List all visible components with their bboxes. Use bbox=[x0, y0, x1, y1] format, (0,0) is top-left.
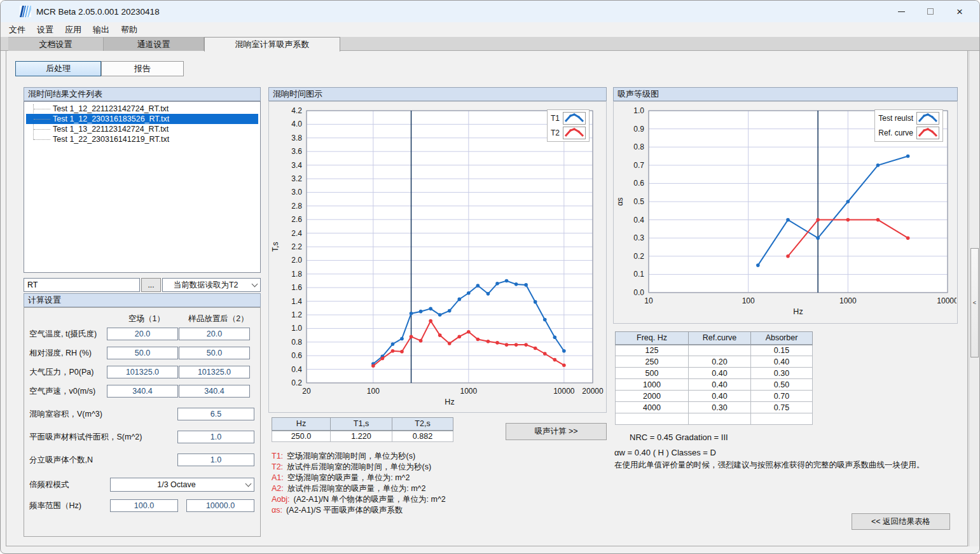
collapse-panel-handle[interactable]: < bbox=[970, 248, 979, 357]
main-panel: 后处理报告 混时间结果文件列表 Test 1_12_221123142724_R… bbox=[6, 51, 968, 546]
table-cell: 1000 bbox=[616, 379, 689, 391]
svg-text:0.8: 0.8 bbox=[291, 338, 302, 347]
close-button[interactable]: × bbox=[945, 1, 974, 22]
svg-text:0.2: 0.2 bbox=[633, 252, 644, 261]
legend-label: Test reulst bbox=[878, 114, 913, 123]
svg-text:0.9: 0.9 bbox=[633, 125, 644, 134]
note-text: 放试件后混响室的吸声量，单位为: m^2 bbox=[287, 484, 426, 493]
freq-min-input[interactable] bbox=[110, 499, 178, 512]
menu-item-1[interactable]: 设置 bbox=[31, 22, 59, 38]
calc-input[interactable] bbox=[179, 385, 250, 398]
chevron-down-icon bbox=[251, 280, 258, 287]
freq-max-input[interactable] bbox=[186, 499, 254, 512]
series-curve-icon bbox=[563, 127, 586, 139]
calc-input[interactable] bbox=[107, 347, 178, 359]
svg-text:αs: αs bbox=[616, 198, 625, 206]
calc-input[interactable] bbox=[179, 328, 250, 340]
minimize-button[interactable] bbox=[887, 1, 916, 22]
tab-1[interactable]: 通道设置 bbox=[104, 37, 204, 51]
nrc-result-text: NRC = 0.45 Gradation = III bbox=[630, 433, 728, 442]
grade-table: Freq. HzRef.curveAbsorber1250.152500.200… bbox=[615, 331, 813, 425]
maximize-button[interactable] bbox=[916, 1, 945, 22]
menu-item-2[interactable]: 应用 bbox=[59, 22, 87, 38]
side-strip: < bbox=[969, 51, 979, 546]
svg-text:1.8: 1.8 bbox=[291, 270, 302, 279]
series-curve-icon bbox=[916, 112, 939, 125]
calc-input[interactable] bbox=[107, 328, 178, 340]
data-read-dropdown[interactable]: 当前数据读取为T2 bbox=[162, 278, 261, 292]
calc-input[interactable] bbox=[107, 366, 178, 378]
window-controls: × bbox=[887, 1, 974, 22]
dropdown-arrow-button[interactable] bbox=[249, 279, 260, 291]
svg-text:3.8: 3.8 bbox=[291, 134, 302, 142]
svg-text:100: 100 bbox=[742, 296, 755, 305]
menu-item-4[interactable]: 帮助 bbox=[115, 22, 143, 38]
absorption-calc-button[interactable]: 吸声计算 >> bbox=[506, 423, 607, 440]
menu-item-3[interactable]: 输出 bbox=[87, 22, 115, 38]
table-row: 1250.15 bbox=[616, 345, 813, 356]
table-row: 2500.200.40 bbox=[616, 356, 813, 368]
menu-item-0[interactable]: 文件 bbox=[3, 22, 31, 38]
file-name: Test 1_13_221123142724_RT.txt bbox=[53, 125, 169, 134]
svg-text:0.8: 0.8 bbox=[633, 142, 644, 151]
chart-canvas: 0.20.40.60.81.01.21.41.61.82.02.22.42.62… bbox=[270, 102, 605, 412]
legend-label: T2 bbox=[551, 128, 560, 137]
note-text: 空场混响室的吸声量，单位为: m^2 bbox=[287, 473, 410, 482]
tab-2[interactable]: 混响室计算吸声系数 bbox=[204, 37, 340, 52]
svg-text:3.4: 3.4 bbox=[291, 161, 302, 170]
svg-text:1.6: 1.6 bbox=[291, 283, 302, 292]
svg-text:0.6: 0.6 bbox=[633, 179, 644, 188]
table-cell: 0.50 bbox=[751, 379, 813, 391]
svg-text:4.0: 4.0 bbox=[291, 120, 302, 128]
tree-connector bbox=[34, 119, 50, 120]
table-row: 250.01.2200.882 bbox=[272, 431, 453, 442]
svg-text:0.1: 0.1 bbox=[633, 270, 644, 279]
file-list-item[interactable]: Test 1_12_221123142724_RT.txt bbox=[26, 104, 258, 114]
subtab-1[interactable]: 报告 bbox=[101, 61, 184, 76]
svg-text:10000: 10000 bbox=[937, 296, 956, 305]
subtab-0[interactable]: 后处理 bbox=[15, 61, 101, 76]
table-cell: 0.882 bbox=[392, 431, 453, 442]
minimize-icon bbox=[898, 11, 905, 12]
table-cell: 2000 bbox=[616, 391, 689, 402]
file-list-item[interactable]: Test 1_13_221123142724_RT.txt bbox=[26, 124, 258, 134]
table-header: T2,s bbox=[392, 418, 453, 431]
legend-notes: T1:空场混响室的混响时间，单位为秒(s)T2:放试件后混响室的混响时间，单位为… bbox=[272, 451, 446, 516]
advice-text: 在使用此单值评价量的时候，强烈建议与按照标准获得的完整的吸声系数曲线一块使用。 bbox=[614, 460, 925, 471]
octave-mode-dropdown[interactable]: 1/3 Octave bbox=[110, 478, 254, 492]
note-line: T1:空场混响室的混响时间，单位为秒(s) bbox=[272, 451, 446, 462]
table-cell bbox=[616, 413, 689, 425]
dropdown-arrow-button[interactable] bbox=[242, 478, 254, 491]
file-name: Test 1_12_221123142724_RT.txt bbox=[53, 104, 169, 113]
svg-text:T,s: T,s bbox=[271, 242, 280, 251]
table-cell: 0.70 bbox=[751, 391, 813, 402]
calc-input[interactable] bbox=[179, 347, 250, 359]
svg-text:2.0: 2.0 bbox=[291, 256, 302, 265]
file-name: Test 1_22_230316141219_RT.txt bbox=[53, 135, 169, 144]
legend-entry: Test reulst bbox=[878, 112, 939, 125]
note-term: αs: bbox=[272, 506, 282, 515]
table-row: 10000.400.50 bbox=[616, 379, 813, 391]
calc-input[interactable] bbox=[177, 454, 254, 466]
svg-text:2.6: 2.6 bbox=[291, 215, 302, 224]
browse-button[interactable]: ... bbox=[141, 278, 161, 292]
note-text: 放试件后混响室的混响时间，单位为秒(s) bbox=[287, 462, 431, 471]
calc-input[interactable] bbox=[107, 385, 178, 398]
svg-text:1.2: 1.2 bbox=[291, 310, 302, 319]
rt-name-input[interactable] bbox=[24, 278, 140, 292]
table-row: 20000.400.70 bbox=[616, 391, 813, 402]
svg-text:10: 10 bbox=[644, 296, 653, 305]
svg-text:20000: 20000 bbox=[582, 387, 604, 396]
calc-settings-header: 计算设置 bbox=[24, 293, 261, 307]
calc-input[interactable] bbox=[177, 408, 254, 420]
calc-input[interactable] bbox=[179, 366, 250, 378]
file-list-item[interactable]: Test 1_22_230316141219_RT.txt bbox=[26, 134, 258, 144]
rt-file-list[interactable]: Test 1_12_221123142724_RT.txtTest 1_12_2… bbox=[24, 101, 261, 273]
table-cell: 125 bbox=[616, 345, 689, 356]
svg-text:0.4: 0.4 bbox=[291, 365, 302, 374]
calc-input[interactable] bbox=[177, 431, 254, 443]
file-list-item[interactable]: Test 1_12_230316183526_RT.txt bbox=[26, 114, 258, 124]
back-to-results-button[interactable]: << 返回结果表格 bbox=[852, 513, 950, 530]
table-header: Absorber bbox=[751, 332, 813, 345]
tab-0[interactable]: 文档设置 bbox=[8, 37, 104, 51]
